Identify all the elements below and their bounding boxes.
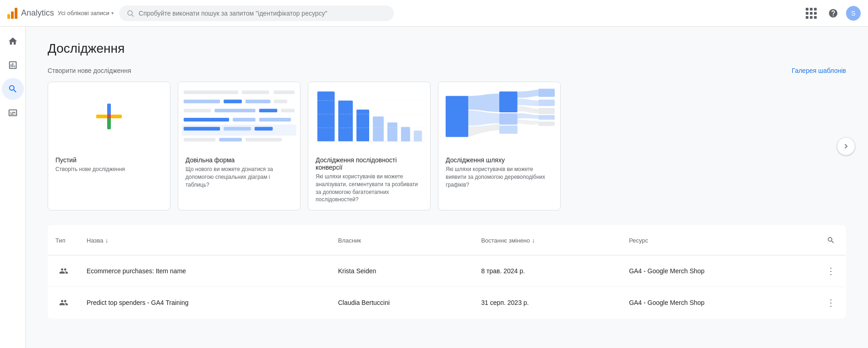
funnel-card-name: Дослідження послідовності конверсії <box>316 156 423 171</box>
template-card-path[interactable]: Дослідження шляху Які шляхи користувачів… <box>438 82 561 210</box>
blank-card-info: Пустий Створіть нове дослідження <box>48 151 170 180</box>
th-name[interactable]: Назва ↓ <box>79 226 331 255</box>
svg-rect-5 <box>184 99 220 103</box>
row2-type-icon <box>55 294 72 311</box>
sidebar-item-explore[interactable] <box>2 78 24 100</box>
search-input[interactable] <box>139 10 387 17</box>
search-icon <box>126 9 134 17</box>
th-owner: Власник <box>331 226 474 255</box>
th-type: Тип <box>48 226 80 255</box>
svg-rect-41 <box>538 115 555 120</box>
freeform-preview-svg <box>178 82 300 151</box>
svg-rect-7 <box>246 99 271 103</box>
chevron-down-icon: ▾ <box>111 11 114 16</box>
th-modified-label: Востаннє змінено <box>481 237 530 244</box>
row2-more-button[interactable]: ⋮ <box>824 295 838 310</box>
header-actions: S <box>802 4 861 22</box>
template-cards: Пустий Створіть нове дослідження <box>48 82 561 210</box>
table-row[interactable]: Ecommerce purchases: Item name Krista Se… <box>48 255 846 287</box>
svg-rect-42 <box>538 122 555 126</box>
page-title: Дослідження <box>48 41 846 56</box>
account-label: Усі облікові записи <box>58 10 109 17</box>
svg-rect-37 <box>499 126 518 134</box>
blank-card-desc: Створіть нове дослідження <box>55 166 163 173</box>
row1-more-button[interactable]: ⋮ <box>824 264 838 278</box>
top-header: Analytics Усі облікові записи ▾ S <box>0 0 868 27</box>
table-search-button[interactable] <box>824 233 838 248</box>
path-card-name: Дослідження шляху <box>446 156 553 164</box>
th-modified[interactable]: Востаннє змінено ↓ <box>474 226 622 255</box>
row1-type-cell <box>48 255 80 287</box>
app-layout: Дослідження Створити нове дослідження Га… <box>0 27 868 348</box>
funnel-card-preview <box>308 82 430 151</box>
row1-owner-cell: Krista Seiden <box>331 255 474 287</box>
svg-rect-18 <box>224 127 251 131</box>
row1-name-cell: Ecommerce purchases: Item name <box>79 255 331 287</box>
table-header: Тип Назва ↓ Власник Востаннє змінено <box>48 226 846 255</box>
next-templates-button[interactable] <box>837 137 855 155</box>
svg-rect-3 <box>242 90 269 94</box>
svg-rect-8 <box>273 99 287 103</box>
svg-rect-14 <box>233 118 256 122</box>
svg-rect-12 <box>281 109 295 112</box>
row2-owner-cell: Claudia Bertuccini <box>331 287 474 319</box>
blank-card-preview <box>48 82 170 151</box>
create-section-header: Створити нове дослідження Галерея шаблон… <box>48 67 846 74</box>
blank-card-name: Пустий <box>55 156 163 164</box>
template-card-freeform[interactable]: Довільна форма Що нового ви можете дізна… <box>178 82 300 210</box>
sidebar <box>0 27 26 348</box>
row1-actions-cell: ⋮ <box>816 255 846 287</box>
sort-name-icon: ↓ <box>105 237 108 244</box>
th-name-label: Назва <box>87 237 103 244</box>
svg-rect-23 <box>317 91 335 141</box>
sort-modified-icon: ↓ <box>532 237 535 244</box>
row2-type-cell <box>48 287 80 319</box>
sidebar-item-home[interactable] <box>2 30 24 52</box>
template-card-funnel[interactable]: Дослідження послідовності конверсії Які … <box>308 82 431 210</box>
freeform-card-desc: Що нового ви можете дізнатися за допомог… <box>186 166 293 188</box>
app-title: Analytics <box>21 8 54 18</box>
row1-type-icon <box>55 263 72 279</box>
svg-rect-10 <box>214 109 255 112</box>
svg-rect-19 <box>255 127 273 131</box>
apps-button[interactable] <box>802 4 820 22</box>
svg-rect-13 <box>184 118 229 122</box>
account-selector[interactable]: Усі облікові записи ▾ <box>58 10 114 17</box>
analytics-logo-icon <box>7 8 17 19</box>
svg-rect-2 <box>184 90 238 94</box>
table-body: Ecommerce purchases: Item name Krista Se… <box>48 255 846 319</box>
plus-symbol <box>96 104 122 129</box>
th-search <box>816 226 846 255</box>
svg-rect-36 <box>499 113 518 125</box>
help-icon <box>828 8 838 18</box>
template-card-blank[interactable]: Пустий Створіть нове дослідження <box>48 82 170 210</box>
svg-point-0 <box>128 11 132 15</box>
sidebar-item-advertising[interactable] <box>2 102 24 124</box>
path-card-preview <box>438 82 560 151</box>
funnel-card-info: Дослідження послідовності конверсії Які … <box>308 151 430 210</box>
gallery-link[interactable]: Галерея шаблонів <box>792 67 846 74</box>
svg-rect-25 <box>356 110 369 141</box>
svg-rect-34 <box>446 96 469 137</box>
th-type-label: Тип <box>55 237 66 244</box>
svg-rect-38 <box>538 88 555 97</box>
th-resource: Ресурс <box>622 226 816 255</box>
svg-rect-27 <box>388 122 398 142</box>
funnel-card-desc: Які шляхи користувачів ви можете аналізу… <box>316 173 423 204</box>
svg-rect-35 <box>499 91 518 112</box>
help-button[interactable] <box>824 4 842 22</box>
table-row[interactable]: Predict top spenders - GA4 Training Clau… <box>48 287 846 319</box>
avatar[interactable]: S <box>846 6 861 21</box>
template-cards-wrapper: Пустий Створіть нове дослідження <box>48 82 846 210</box>
path-card-desc: Які шляхи користувачів ви можете виявити… <box>446 166 553 188</box>
main-content: Дослідження Створити нове дослідження Га… <box>26 27 868 348</box>
svg-rect-22 <box>246 138 282 142</box>
row2-name-cell: Predict top spenders - GA4 Training <box>79 287 331 319</box>
funnel-preview-svg <box>308 82 430 151</box>
sidebar-item-reports[interactable] <box>2 54 24 76</box>
row2-actions-cell: ⋮ <box>816 287 846 319</box>
th-owner-label: Власник <box>338 237 361 244</box>
search-bar[interactable] <box>119 6 394 21</box>
path-preview-svg <box>438 82 560 151</box>
svg-rect-26 <box>373 116 384 142</box>
